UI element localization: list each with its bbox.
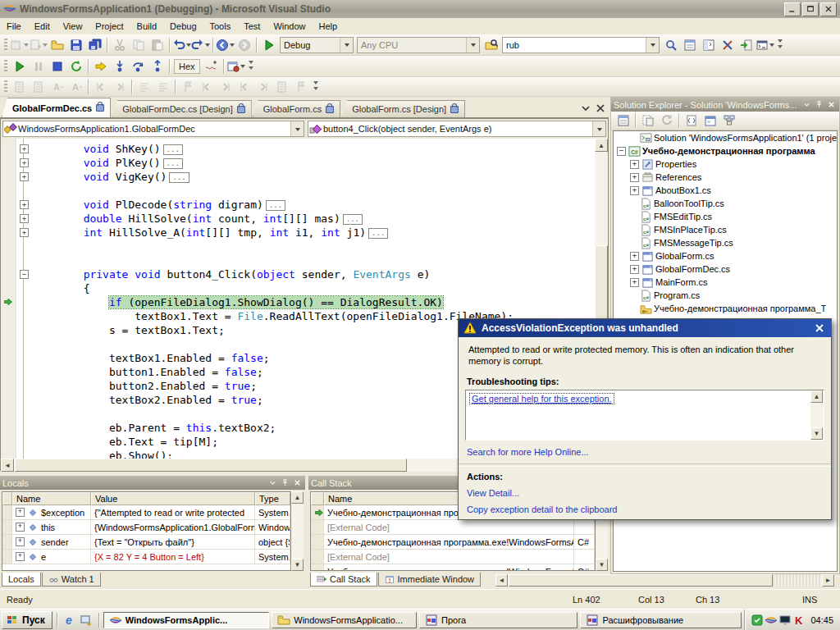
minimize-button[interactable]	[784, 2, 801, 16]
menu-window[interactable]: Window	[267, 20, 312, 33]
start-button[interactable]: Пуск	[2, 611, 52, 629]
refresh-button[interactable]	[657, 112, 676, 130]
solution-explorer-titlebar[interactable]: Solution Explorer - Solution 'WindowsFor…	[611, 98, 839, 112]
tray-green-icon[interactable]	[750, 614, 764, 627]
code-line[interactable]	[32, 253, 514, 267]
save-all-button[interactable]	[85, 36, 104, 54]
comment-button[interactable]	[135, 78, 153, 96]
copy-exception-link[interactable]: Copy exception detail to the clipboard	[467, 504, 617, 514]
code-line[interactable]: void PlKey()...	[32, 156, 514, 170]
word-completion-button[interactable]: A	[66, 78, 85, 96]
collapsed-region-box[interactable]: ...	[169, 172, 189, 183]
command-window-button[interactable]	[756, 36, 774, 54]
toolbar-overflow-icon[interactable]	[776, 38, 785, 52]
tree-item[interactable]: +AboutBox1.cs	[614, 184, 837, 197]
scroll-right-icon[interactable]: ►	[822, 574, 834, 587]
code-line[interactable]	[32, 240, 514, 253]
class-diagram-button[interactable]	[719, 112, 738, 130]
cut-button[interactable]	[110, 36, 129, 54]
code-line[interactable]: void VigKey()...	[32, 170, 514, 184]
parameter-info-button[interactable]	[29, 78, 48, 96]
taskbar-task[interactable]: WindowsFormsApplic...	[103, 612, 270, 628]
stop-button[interactable]	[48, 57, 66, 75]
collapsed-region-box[interactable]: ...	[163, 144, 183, 155]
code-text[interactable]: void ShKey()... void PlKey()... void Vig…	[32, 142, 514, 459]
members-dropdown-arrow-icon[interactable]	[592, 121, 605, 136]
collapsed-region-box[interactable]: ...	[368, 228, 388, 239]
code-line[interactable]	[32, 184, 514, 198]
expand-icon[interactable]: +	[630, 265, 639, 274]
scroll-up-icon[interactable]: ▲	[810, 390, 823, 403]
find-combo-arrow-icon[interactable]	[646, 38, 659, 52]
scroll-down-icon[interactable]: ▼	[596, 559, 608, 571]
menu-debug[interactable]: Debug	[163, 20, 203, 33]
view-designer-button[interactable]	[701, 112, 719, 130]
code-line[interactable]: button1.Enabled = false;	[32, 365, 514, 379]
bookmark-prev-doc-button[interactable]	[272, 78, 291, 96]
solution-configurations-combo-arrow-icon[interactable]	[340, 38, 353, 52]
show-desktop-icon[interactable]	[78, 612, 94, 628]
locals-vertical-scrollbar[interactable]: ▲ ▼	[291, 491, 304, 571]
locals-row[interactable]: +e{X = 82 Y = 4 Button = Left}System.E	[2, 550, 290, 564]
panel-tab-watch-1[interactable]: Watch 1	[42, 573, 101, 587]
code-line[interactable]: eb.Parent = this.textBox2;	[32, 421, 514, 435]
bottom-right-horizontal-scrollbar[interactable]: ◄ ►	[495, 574, 835, 587]
tree-item[interactable]: Solution 'WindowsFormsApplication1' (1 p…	[614, 131, 837, 144]
tray-display-icon[interactable]	[778, 614, 792, 627]
add-item-button[interactable]	[29, 36, 48, 54]
expand-region-icon[interactable]: +	[20, 200, 29, 209]
play-button[interactable]	[259, 36, 278, 54]
tree-item[interactable]: c#FMSEditTip.cs	[614, 210, 837, 223]
expand-icon[interactable]: +	[630, 173, 639, 182]
tree-item[interactable]: +Properties	[614, 158, 837, 171]
code-line[interactable]: textBox1.Enabled = false;	[32, 351, 514, 365]
collapsed-region-box[interactable]: ...	[163, 158, 183, 169]
save-button[interactable]	[66, 36, 85, 54]
tree-item[interactable]: +References	[614, 171, 837, 184]
tips-scrollbar[interactable]: ▲ ▼	[810, 390, 824, 440]
code-line[interactable]	[32, 337, 514, 351]
scrollbar-thumb[interactable]	[509, 574, 773, 587]
expand-icon[interactable]: +	[16, 508, 25, 517]
window-position-icon[interactable]	[267, 477, 278, 488]
locals-row[interactable]: +$exception{"Attempted to read or write …	[2, 505, 290, 520]
document-tab[interactable]: GlobalFormDec.cs [Design]	[112, 100, 252, 117]
nav-forward-button[interactable]	[235, 36, 253, 54]
window-position-icon[interactable]	[801, 99, 812, 110]
bookmark-next-folder-button[interactable]	[253, 78, 272, 96]
menu-test[interactable]: Test	[237, 20, 267, 33]
menu-edit[interactable]: Edit	[28, 20, 57, 33]
toolbar-grip[interactable]	[4, 60, 7, 73]
code-line[interactable]: void PlDecode(string digram)...	[32, 198, 514, 212]
quick-info-button[interactable]: A	[48, 78, 66, 96]
code-line[interactable]: eb.Text = tip[M];	[32, 435, 514, 449]
code-line[interactable]: textBox2.Enabled = true;	[32, 393, 514, 407]
tree-item[interactable]: c#FMSMessageTip.cs	[614, 236, 837, 249]
watch-button[interactable]	[202, 57, 221, 75]
code-line[interactable]: if (openFileDialog1.ShowDialog() == Dial…	[32, 295, 514, 309]
callstack-row[interactable]: Учебно-демонстрационная программа.exe!Wi…	[311, 564, 595, 571]
general-help-link[interactable]: Get general help for this exception.	[469, 393, 614, 404]
object-browser-button[interactable]	[699, 36, 718, 54]
callstack-row[interactable]: Учебно-демонстрационная программа.exe!Wi…	[311, 535, 595, 550]
solution-platforms-combo[interactable]: Any CPU	[357, 37, 480, 53]
taskbar-task[interactable]: WindowsFormsApplicatio...	[272, 612, 417, 628]
find-in-files-button[interactable]	[482, 36, 500, 54]
collapsed-region-box[interactable]: ...	[266, 200, 285, 211]
code-line[interactable]: double HillSolve(int count, int[][] mas)…	[32, 212, 514, 226]
step-out-button[interactable]	[148, 57, 167, 75]
expand-region-icon[interactable]: +	[20, 144, 29, 153]
tree-item[interactable]: −C#Учебно-демонстрационная программа	[614, 144, 837, 158]
expand-icon[interactable]: +	[630, 186, 639, 195]
expand-icon[interactable]: +	[630, 278, 639, 287]
types-dropdown[interactable]: WindowsFormsApplication1.GlobalFormDec	[2, 121, 304, 137]
step-over-button[interactable]	[129, 57, 148, 75]
find-symbol-button[interactable]	[661, 36, 680, 54]
copy-button[interactable]	[129, 36, 148, 54]
internet-explorer-icon[interactable]: e	[62, 612, 78, 628]
callstack-row[interactable]: [External Code]	[311, 550, 595, 564]
indent-increase-button[interactable]	[110, 78, 129, 96]
expand-region-icon[interactable]: +	[20, 172, 29, 181]
locals-titlebar[interactable]: Locals	[0, 476, 305, 490]
search-help-online-link[interactable]: Search for more Help Online...	[467, 447, 589, 457]
